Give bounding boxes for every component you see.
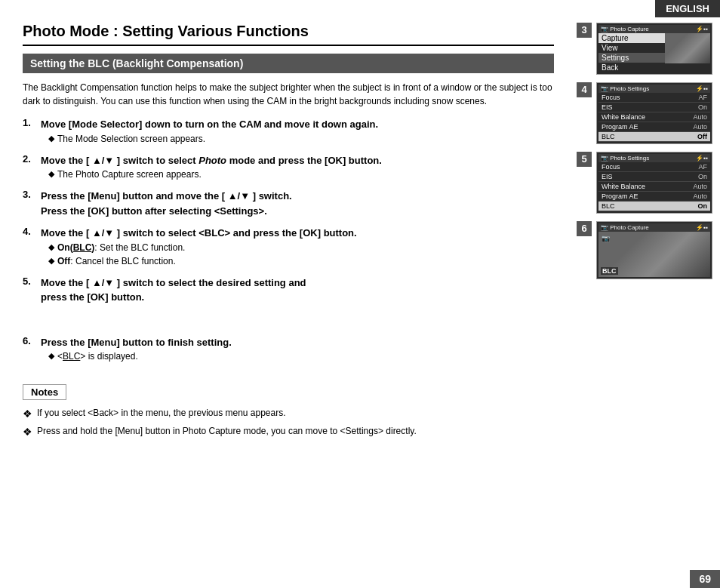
cam-header-icons-4: ⚡▪▪ bbox=[696, 85, 708, 92]
screenshot-4-img: 📷 Photo Settings ⚡▪▪ Focus AF EIS On Whi… bbox=[596, 82, 712, 144]
step-badge-5: 5 bbox=[577, 152, 592, 167]
step-2-text: Move the [ ▲/▼ ] switch to select Photo … bbox=[41, 155, 382, 166]
cam-label-blc-5: BLC bbox=[602, 202, 615, 210]
notes-section: Notes ❖ If you select <Back> in the menu… bbox=[23, 378, 554, 440]
cam-header-title-4: 📷 Photo Settings bbox=[601, 85, 649, 92]
diamond-icon: ◆ bbox=[48, 168, 54, 180]
cam-header-3: 📷 Photo Capture ⚡▪▪ bbox=[598, 25, 710, 33]
step-2-sub-0: ◆ The Photo Capture screen appears. bbox=[48, 168, 382, 181]
cam-photo-3 bbox=[665, 33, 710, 63]
diamond-icon: ◆ bbox=[48, 241, 54, 254]
step-2-content: Move the [ ▲/▼ ] switch to select Photo … bbox=[41, 153, 382, 182]
step-6-sub-text: <BLC> is displayed. bbox=[57, 349, 138, 363]
cam-label-focus: Focus bbox=[602, 94, 620, 101]
cam-val-eis: On bbox=[698, 103, 707, 111]
cam-menu-back: Back bbox=[598, 63, 665, 72]
shutter-icon: 📷 bbox=[602, 235, 610, 242]
right-sidebar: 3 📷 Photo Capture ⚡▪▪ Capture View Setti… bbox=[569, 0, 720, 565]
diamond-icon: ◆ bbox=[48, 349, 54, 362]
cam-row-pae: Program AE Auto bbox=[598, 122, 710, 132]
cam-val-focus: AF bbox=[698, 94, 707, 101]
cam-screen-4: 📷 Photo Settings ⚡▪▪ Focus AF EIS On Whi… bbox=[597, 83, 712, 143]
intro-text: The Backlight Compensation function help… bbox=[23, 81, 554, 108]
cam-header-icons-6: ⚡▪▪ bbox=[696, 224, 708, 231]
note-item-0: ❖ If you select <Back> in the menu, the … bbox=[23, 406, 554, 422]
note-text-0: If you select <Back> in the menu, the pr… bbox=[37, 406, 286, 420]
cam-header-5: 📷 Photo Settings ⚡▪▪ bbox=[598, 154, 710, 162]
screenshot-6: 6 📷 Photo Capture ⚡▪▪ 📷 BLC bbox=[577, 221, 712, 279]
cam-photo-6: 📷 BLC bbox=[598, 232, 710, 277]
cam-header-title-3: 📷 Photo Capture bbox=[601, 26, 649, 32]
cam-header-icons-5: ⚡▪▪ bbox=[696, 155, 708, 162]
step-2-number: 2. bbox=[23, 153, 38, 165]
cam-header-6: 📷 Photo Capture ⚡▪▪ bbox=[598, 223, 710, 232]
note-bullet-icon: ❖ bbox=[23, 406, 32, 422]
cam-row-wb-5: White Balance Auto bbox=[598, 182, 710, 192]
step-badge-3: 3 bbox=[577, 23, 592, 38]
step-4-sub-text-1: Off: Cancel the BLC function. bbox=[57, 254, 176, 268]
cam-row-wb: White Balance Auto bbox=[598, 112, 710, 122]
screenshot-3-img: 📷 Photo Capture ⚡▪▪ Capture View Setting… bbox=[596, 23, 712, 75]
cam-row-blc: BLC Off bbox=[598, 132, 710, 142]
cam-label-pae: Program AE bbox=[602, 123, 638, 131]
main-content: Photo Mode : Setting Various Functions S… bbox=[0, 0, 569, 588]
page-number: 69 bbox=[690, 570, 720, 588]
step-1-text: Move [Mode Selector] down to turn on the… bbox=[41, 119, 378, 130]
screenshot-5-img: 📷 Photo Settings ⚡▪▪ Focus AF EIS On Whi… bbox=[596, 152, 712, 214]
cam-row-eis-5: EIS On bbox=[598, 172, 710, 182]
cam-label-focus-5: Focus bbox=[602, 163, 620, 171]
step-6-content: Press the [Menu] button to finish settin… bbox=[41, 335, 232, 364]
cam-header-title-5: 📷 Photo Settings bbox=[601, 155, 649, 162]
screenshot-5: 5 📷 Photo Settings ⚡▪▪ Focus AF EIS On W… bbox=[577, 152, 712, 214]
cam-row-pae-5: Program AE Auto bbox=[598, 192, 710, 202]
cam-row-focus-5: Focus AF bbox=[598, 162, 710, 172]
diamond-icon: ◆ bbox=[48, 132, 54, 145]
screenshot-4: 4 📷 Photo Settings ⚡▪▪ Focus AF EIS On W… bbox=[577, 82, 712, 144]
cam-row-blc-5: BLC On bbox=[598, 202, 710, 211]
step-4-sub-0: ◆ On(BLC): Set the BLC function. bbox=[48, 241, 357, 254]
step-6-sub-0: ◆ <BLC> is displayed. bbox=[48, 349, 232, 363]
step-3-number: 3. bbox=[23, 189, 38, 200]
step-2: 2. Move the [ ▲/▼ ] switch to select Pho… bbox=[23, 153, 554, 182]
step-badge-6: 6 bbox=[577, 221, 592, 236]
blc-label: BLC bbox=[601, 267, 618, 275]
cam-screen-6: 📷 Photo Capture ⚡▪▪ 📷 BLC bbox=[597, 222, 712, 279]
screenshot-6-img: 📷 Photo Capture ⚡▪▪ 📷 BLC bbox=[596, 221, 712, 279]
step-6-number: 6. bbox=[23, 335, 38, 346]
step-1-content: Move [Mode Selector] down to turn on the… bbox=[41, 117, 378, 146]
cam-val-pae: Auto bbox=[693, 123, 707, 131]
cam-menu-capture: Capture bbox=[598, 33, 665, 43]
step-5: 5. Move the [ ▲/▼ ] switch to select the… bbox=[23, 276, 554, 305]
cam-val-blc: Off bbox=[697, 133, 707, 140]
step-1-sub-0: ◆ The Mode Selection screen appears. bbox=[48, 132, 378, 146]
cam-header-icons-3: ⚡▪▪ bbox=[696, 26, 708, 32]
cam-val-pae-5: Auto bbox=[693, 192, 707, 200]
note-item-1: ❖ Press and hold the [Menu] button in Ph… bbox=[23, 424, 554, 440]
step-1: 1. Move [Mode Selector] down to turn on … bbox=[23, 117, 554, 146]
step-1-sub-text: The Mode Selection screen appears. bbox=[57, 132, 205, 146]
step-3-text: Press the [Menu] button and move the [ ▲… bbox=[41, 190, 292, 217]
step-4-sub-1: ◆ Off: Cancel the BLC function. bbox=[48, 254, 357, 268]
cam-body-3: Capture View Settings Back bbox=[598, 33, 710, 72]
cam-val-eis-5: On bbox=[698, 173, 707, 180]
note-text-1: Press and hold the [Menu] button in Phot… bbox=[37, 424, 417, 438]
cam-screen-5: 📷 Photo Settings ⚡▪▪ Focus AF EIS On Whi… bbox=[597, 152, 712, 213]
cam-menu-3: Capture View Settings Back bbox=[598, 33, 665, 72]
cam-row-eis: EIS On bbox=[598, 103, 710, 112]
step-4-number: 4. bbox=[23, 226, 38, 237]
cam-screen-3: 📷 Photo Capture ⚡▪▪ Capture View Setting… bbox=[597, 23, 712, 74]
diamond-icon: ◆ bbox=[48, 254, 54, 267]
step-3-content: Press the [Menu] button and move the [ ▲… bbox=[41, 189, 292, 218]
page-title: Photo Mode : Setting Various Functions bbox=[23, 23, 554, 46]
step-5-number: 5. bbox=[23, 276, 38, 287]
step-2-sub-text: The Photo Capture screen appears. bbox=[57, 168, 202, 181]
notes-label: Notes bbox=[23, 384, 66, 400]
cam-label-blc: BLC bbox=[602, 133, 615, 140]
note-bullet-icon: ❖ bbox=[23, 424, 32, 440]
cam-row-focus: Focus AF bbox=[598, 93, 710, 103]
step-6-text: Press the [Menu] button to finish settin… bbox=[41, 337, 232, 348]
cam-val-wb-5: Auto bbox=[693, 183, 707, 190]
cam-header-title-6: 📷 Photo Capture bbox=[601, 224, 649, 231]
step-3: 3. Press the [Menu] button and move the … bbox=[23, 189, 554, 218]
step-4: 4. Move the [ ▲/▼ ] switch to select <BL… bbox=[23, 226, 554, 268]
